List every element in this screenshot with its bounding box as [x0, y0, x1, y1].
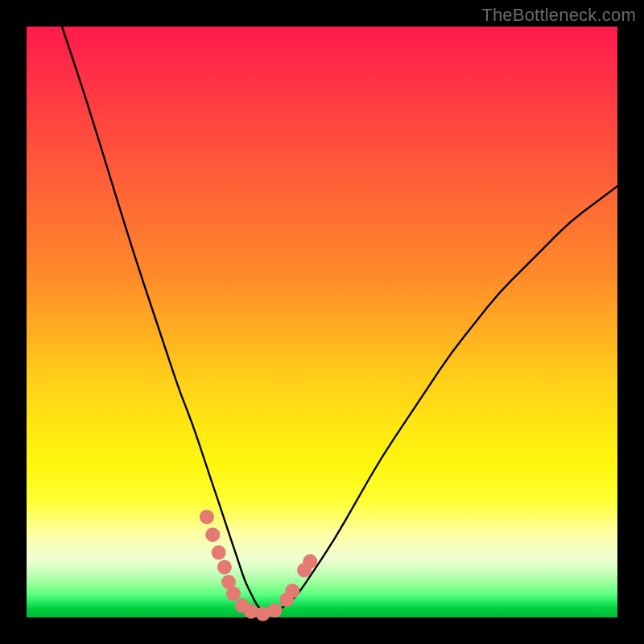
salmon-dot [200, 510, 214, 524]
salmon-dot [212, 545, 226, 559]
salmon-dot [267, 603, 282, 617]
watermark-text: TheBottleneck.com [481, 5, 636, 26]
salmon-dot [303, 554, 317, 568]
chart-frame: TheBottleneck.com [0, 0, 644, 644]
salmon-markers [200, 510, 317, 621]
salmon-dot [226, 587, 241, 601]
black-curve [62, 27, 617, 613]
salmon-dot [217, 560, 232, 575]
chart-svg [27, 27, 617, 617]
salmon-dot [285, 584, 299, 598]
salmon-dot [205, 527, 220, 542]
